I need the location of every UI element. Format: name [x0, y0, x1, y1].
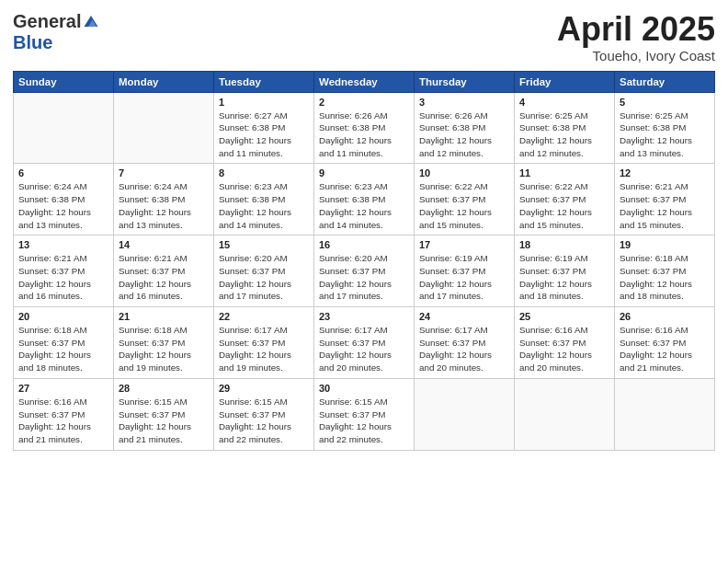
calendar-day-cell: 26Sunrise: 6:16 AM Sunset: 6:37 PM Dayli… — [615, 307, 715, 379]
day-number: 20 — [18, 311, 108, 322]
day-info: Sunrise: 6:19 AM Sunset: 6:37 PM Dayligh… — [419, 252, 509, 303]
calendar-day-cell: 20Sunrise: 6:18 AM Sunset: 6:37 PM Dayli… — [14, 307, 114, 379]
calendar-day-cell: 3Sunrise: 6:26 AM Sunset: 6:38 PM Daylig… — [415, 92, 515, 164]
calendar-day-cell: 22Sunrise: 6:17 AM Sunset: 6:37 PM Dayli… — [214, 307, 314, 379]
weekday-header-cell: Wednesday — [314, 71, 415, 92]
day-info: Sunrise: 6:24 AM Sunset: 6:38 PM Dayligh… — [18, 180, 108, 231]
day-info: Sunrise: 6:23 AM Sunset: 6:38 PM Dayligh… — [319, 180, 409, 231]
day-info: Sunrise: 6:25 AM Sunset: 6:38 PM Dayligh… — [519, 109, 609, 160]
weekday-header-cell: Monday — [114, 71, 214, 92]
calendar-day-cell: 25Sunrise: 6:16 AM Sunset: 6:37 PM Dayli… — [515, 307, 615, 379]
calendar-table: SundayMondayTuesdayWednesdayThursdayFrid… — [13, 71, 715, 451]
day-info: Sunrise: 6:22 AM Sunset: 6:37 PM Dayligh… — [519, 180, 609, 231]
day-number: 16 — [319, 239, 409, 250]
day-number: 21 — [119, 311, 209, 322]
calendar-day-cell: 15Sunrise: 6:20 AM Sunset: 6:37 PM Dayli… — [214, 236, 314, 307]
calendar-day-cell: 16Sunrise: 6:20 AM Sunset: 6:37 PM Dayli… — [314, 236, 415, 307]
calendar-week-row: 13Sunrise: 6:21 AM Sunset: 6:37 PM Dayli… — [14, 236, 715, 307]
calendar-body: 1Sunrise: 6:27 AM Sunset: 6:38 PM Daylig… — [14, 92, 715, 450]
day-number: 26 — [620, 311, 710, 322]
day-number: 5 — [620, 97, 710, 108]
calendar-day-cell — [415, 378, 515, 450]
day-info: Sunrise: 6:17 AM Sunset: 6:37 PM Dayligh… — [319, 324, 409, 374]
day-number: 29 — [219, 383, 309, 394]
logo-icon — [83, 13, 99, 29]
calendar-day-cell: 19Sunrise: 6:18 AM Sunset: 6:37 PM Dayli… — [615, 236, 715, 307]
calendar-day-cell: 27Sunrise: 6:16 AM Sunset: 6:37 PM Dayli… — [14, 378, 114, 450]
calendar-day-cell: 1Sunrise: 6:27 AM Sunset: 6:38 PM Daylig… — [214, 92, 314, 164]
title-month: April 2025 — [557, 11, 715, 48]
weekday-header-cell: Sunday — [14, 71, 114, 92]
day-number: 18 — [519, 239, 609, 250]
calendar-day-cell: 14Sunrise: 6:21 AM Sunset: 6:37 PM Dayli… — [114, 236, 214, 307]
day-info: Sunrise: 6:18 AM Sunset: 6:37 PM Dayligh… — [18, 324, 108, 374]
calendar-day-cell: 2Sunrise: 6:26 AM Sunset: 6:38 PM Daylig… — [314, 92, 415, 164]
title-block: April 2025 Toueho, Ivory Coast — [557, 11, 715, 63]
weekday-header-cell: Saturday — [615, 71, 715, 92]
calendar-day-cell — [14, 92, 114, 164]
calendar-day-cell: 18Sunrise: 6:19 AM Sunset: 6:37 PM Dayli… — [515, 236, 615, 307]
calendar-day-cell: 4Sunrise: 6:25 AM Sunset: 6:38 PM Daylig… — [515, 92, 615, 164]
day-number: 23 — [319, 311, 409, 322]
title-location: Toueho, Ivory Coast — [557, 48, 715, 63]
logo: General Blue — [13, 11, 99, 53]
day-number: 25 — [519, 311, 609, 322]
day-number: 15 — [219, 239, 309, 250]
calendar-day-cell — [515, 378, 615, 450]
day-info: Sunrise: 6:27 AM Sunset: 6:38 PM Dayligh… — [219, 109, 309, 160]
day-info: Sunrise: 6:24 AM Sunset: 6:38 PM Dayligh… — [119, 180, 209, 231]
day-info: Sunrise: 6:20 AM Sunset: 6:37 PM Dayligh… — [219, 252, 309, 303]
calendar-day-cell: 7Sunrise: 6:24 AM Sunset: 6:38 PM Daylig… — [114, 164, 214, 236]
day-number: 1 — [219, 97, 309, 108]
day-info: Sunrise: 6:26 AM Sunset: 6:38 PM Dayligh… — [419, 109, 509, 160]
weekday-header-row: SundayMondayTuesdayWednesdayThursdayFrid… — [14, 71, 715, 92]
day-info: Sunrise: 6:18 AM Sunset: 6:37 PM Dayligh… — [119, 324, 209, 374]
calendar-day-cell: 13Sunrise: 6:21 AM Sunset: 6:37 PM Dayli… — [14, 236, 114, 307]
day-number: 8 — [219, 167, 309, 178]
day-number: 10 — [419, 167, 509, 178]
calendar-day-cell: 17Sunrise: 6:19 AM Sunset: 6:37 PM Dayli… — [415, 236, 515, 307]
weekday-header-cell: Tuesday — [214, 71, 314, 92]
calendar-week-row: 27Sunrise: 6:16 AM Sunset: 6:37 PM Dayli… — [14, 378, 715, 450]
day-number: 2 — [319, 97, 409, 108]
calendar-day-cell: 29Sunrise: 6:15 AM Sunset: 6:37 PM Dayli… — [214, 378, 314, 450]
day-info: Sunrise: 6:21 AM Sunset: 6:37 PM Dayligh… — [119, 252, 209, 303]
day-number: 17 — [419, 239, 509, 250]
calendar-day-cell: 21Sunrise: 6:18 AM Sunset: 6:37 PM Dayli… — [114, 307, 214, 379]
logo-blue-text: Blue — [13, 32, 52, 53]
weekday-header-cell: Thursday — [415, 71, 515, 92]
day-info: Sunrise: 6:16 AM Sunset: 6:37 PM Dayligh… — [620, 324, 710, 374]
day-info: Sunrise: 6:17 AM Sunset: 6:37 PM Dayligh… — [219, 324, 309, 374]
day-info: Sunrise: 6:15 AM Sunset: 6:37 PM Dayligh… — [219, 396, 309, 446]
day-info: Sunrise: 6:21 AM Sunset: 6:37 PM Dayligh… — [620, 180, 710, 231]
day-number: 22 — [219, 311, 309, 322]
calendar-day-cell: 9Sunrise: 6:23 AM Sunset: 6:38 PM Daylig… — [314, 164, 415, 236]
calendar-day-cell: 6Sunrise: 6:24 AM Sunset: 6:38 PM Daylig… — [14, 164, 114, 236]
day-info: Sunrise: 6:23 AM Sunset: 6:38 PM Dayligh… — [219, 180, 309, 231]
day-number: 28 — [119, 383, 209, 394]
day-number: 13 — [18, 239, 108, 250]
day-number: 6 — [18, 167, 108, 178]
calendar-day-cell — [615, 378, 715, 450]
day-number: 4 — [519, 97, 609, 108]
logo-general-text: General — [13, 11, 81, 32]
day-info: Sunrise: 6:22 AM Sunset: 6:37 PM Dayligh… — [419, 180, 509, 231]
day-info: Sunrise: 6:26 AM Sunset: 6:38 PM Dayligh… — [319, 109, 409, 160]
day-info: Sunrise: 6:18 AM Sunset: 6:37 PM Dayligh… — [620, 252, 710, 303]
calendar-day-cell: 5Sunrise: 6:25 AM Sunset: 6:38 PM Daylig… — [615, 92, 715, 164]
day-number: 30 — [319, 383, 409, 394]
day-number: 11 — [519, 167, 609, 178]
calendar-day-cell — [114, 92, 214, 164]
day-info: Sunrise: 6:15 AM Sunset: 6:37 PM Dayligh… — [319, 396, 409, 446]
day-info: Sunrise: 6:17 AM Sunset: 6:37 PM Dayligh… — [419, 324, 509, 374]
day-info: Sunrise: 6:25 AM Sunset: 6:38 PM Dayligh… — [620, 109, 710, 160]
day-info: Sunrise: 6:20 AM Sunset: 6:37 PM Dayligh… — [319, 252, 409, 303]
day-number: 3 — [419, 97, 509, 108]
calendar-week-row: 1Sunrise: 6:27 AM Sunset: 6:38 PM Daylig… — [14, 92, 715, 164]
day-number: 7 — [119, 167, 209, 178]
day-info: Sunrise: 6:15 AM Sunset: 6:37 PM Dayligh… — [119, 396, 209, 446]
day-info: Sunrise: 6:21 AM Sunset: 6:37 PM Dayligh… — [18, 252, 108, 303]
day-number: 24 — [419, 311, 509, 322]
day-info: Sunrise: 6:16 AM Sunset: 6:37 PM Dayligh… — [18, 396, 108, 446]
day-info: Sunrise: 6:16 AM Sunset: 6:37 PM Dayligh… — [519, 324, 609, 374]
